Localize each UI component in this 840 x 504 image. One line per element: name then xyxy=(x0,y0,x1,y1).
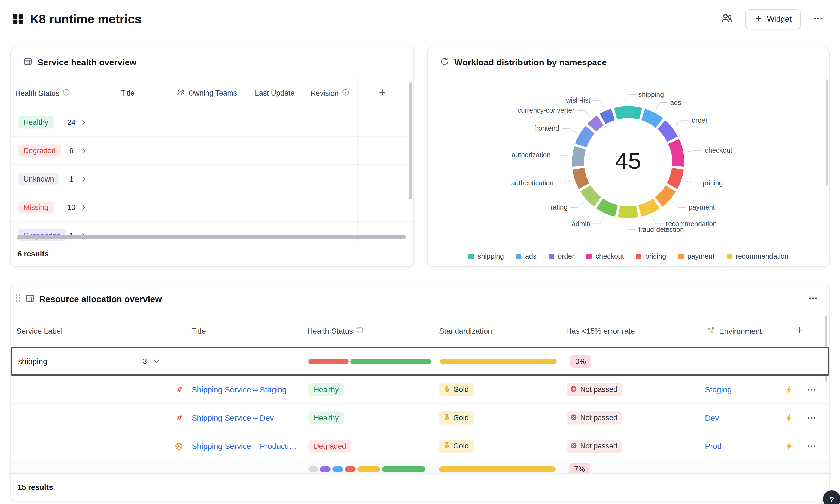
chevron-right-icon[interactable] xyxy=(80,147,87,154)
workload-legend: shippingadsordercheckoutpricingpaymentre… xyxy=(427,252,829,260)
donut-segment-order[interactable] xyxy=(661,125,672,139)
chevron-right-icon[interactable] xyxy=(80,119,87,126)
column-title[interactable]: Title xyxy=(192,327,206,335)
donut-segment-shipping[interactable] xyxy=(616,112,641,114)
donut-segment-fraud-detection[interactable] xyxy=(619,212,637,212)
column-revision[interactable]: Revision xyxy=(311,89,349,97)
add-column-button[interactable] xyxy=(795,326,804,336)
add-column-button[interactable] xyxy=(378,88,387,98)
column-environment[interactable]: Environment xyxy=(707,326,762,336)
info-icon[interactable] xyxy=(356,327,363,335)
standardization-bar xyxy=(440,359,557,364)
resource-allocation-card: Resource allocation overview Service Lab… xyxy=(10,284,830,501)
help-button[interactable]: ? xyxy=(823,490,840,504)
status-row-healthy[interactable]: Healthy 24 xyxy=(11,108,414,137)
legend-item[interactable]: payment xyxy=(678,252,714,260)
legend-item[interactable]: order xyxy=(548,252,574,260)
service-title-link[interactable]: Shipping Service – Producti… xyxy=(192,442,297,450)
service-health-table-body: Healthy 24 Degraded 6 Unknown 1 Missing … xyxy=(11,108,414,242)
donut-leader-line xyxy=(675,121,689,126)
column-title[interactable]: Title xyxy=(121,89,135,97)
donut-leader-line xyxy=(628,221,636,230)
donut-segment-frontend[interactable] xyxy=(581,130,590,146)
donut-label: wish-list xyxy=(566,96,590,104)
drag-handle-icon[interactable] xyxy=(15,294,21,305)
column-error-rate[interactable]: Has <15% error rate xyxy=(566,327,635,335)
service-row[interactable]: Shipping Service – Dev Healthy Gold Not … xyxy=(11,404,829,432)
environment-link[interactable]: Dev xyxy=(705,413,719,422)
vertical-scrollbar-thumb[interactable] xyxy=(826,79,828,185)
donut-leader-line xyxy=(553,155,570,156)
service-title-link[interactable]: Shipping Service – Staging xyxy=(192,385,286,394)
legend-item[interactable]: checkout xyxy=(587,252,624,260)
row-more-button[interactable] xyxy=(806,384,817,395)
environment-link[interactable]: Prod xyxy=(705,442,721,450)
column-service-label[interactable]: Service Label xyxy=(16,327,63,335)
header-actions: Widget xyxy=(719,9,826,29)
legend-label: shipping xyxy=(477,252,504,260)
column-standardization[interactable]: Standardization xyxy=(439,327,492,335)
scorecard-bolt-icon[interactable] xyxy=(785,442,793,450)
users-icon xyxy=(721,12,733,26)
row-more-button[interactable] xyxy=(806,441,817,451)
status-row-degraded[interactable]: Degraded 6 xyxy=(11,137,414,165)
donut-center-total: 45 xyxy=(574,147,683,174)
column-owning-teams[interactable]: Owning Teams xyxy=(176,88,237,98)
service-title-link[interactable]: Shipping Service – Dev xyxy=(192,413,274,422)
donut-leader-line xyxy=(577,110,591,117)
workload-card-header: Workload distribution by namespace xyxy=(427,47,829,78)
legend-label: order xyxy=(558,252,574,260)
add-widget-button[interactable]: Widget xyxy=(745,9,801,29)
column-divider xyxy=(773,313,774,474)
table-icon xyxy=(23,57,33,69)
chevron-down-icon[interactable] xyxy=(153,358,160,365)
environment-link[interactable]: Staging xyxy=(705,385,732,394)
health-distribution-bar xyxy=(308,466,425,472)
legend-label: recommendation xyxy=(736,252,789,260)
column-health-status[interactable]: Health Status xyxy=(307,327,363,335)
resource-allocation-footer: 15 results xyxy=(11,473,829,501)
legend-item[interactable]: recommendation xyxy=(727,252,789,260)
header-more-button[interactable] xyxy=(810,11,826,28)
info-icon[interactable] xyxy=(342,89,349,97)
vertical-scrollbar-thumb[interactable] xyxy=(409,82,412,199)
column-health-status[interactable]: Health Status xyxy=(15,89,70,97)
legend-item[interactable]: shipping xyxy=(468,252,504,260)
chevron-right-icon[interactable] xyxy=(80,203,87,211)
service-row[interactable]: Shipping Service – Staging Healthy Gold … xyxy=(11,376,829,404)
donut-segment-recommendation[interactable] xyxy=(640,203,657,211)
donut-segment-ads[interactable] xyxy=(643,114,659,123)
donut-segment-rating[interactable] xyxy=(585,188,598,202)
donut-leader-line xyxy=(672,202,686,208)
donut-label: authentication xyxy=(511,179,554,187)
legend-item[interactable]: ads xyxy=(516,252,537,260)
donut-leader-line xyxy=(562,128,577,133)
standardization-badge: Gold xyxy=(439,439,474,453)
row-more-button[interactable] xyxy=(806,413,817,423)
service-row[interactable]: Shipping Service – Producti… Degraded Go… xyxy=(11,432,829,461)
group-row-shipping[interactable]: shipping 3 0% xyxy=(11,347,829,376)
legend-swatch xyxy=(587,253,592,259)
share-users-button[interactable] xyxy=(719,10,735,28)
column-last-update[interactable]: Last Update xyxy=(255,89,295,97)
legend-item[interactable]: pricing xyxy=(636,252,666,260)
card-more-button[interactable] xyxy=(808,293,818,306)
info-icon[interactable] xyxy=(63,89,70,97)
horizontal-scrollbar-thumb[interactable] xyxy=(17,235,406,239)
status-row-missing[interactable]: Missing 10 xyxy=(11,193,414,221)
donut-segment-wish-list[interactable] xyxy=(603,114,613,119)
legend-label: payment xyxy=(687,252,714,260)
chevron-right-icon[interactable] xyxy=(80,175,87,182)
service-health-card: Service health overview Health Status Ti… xyxy=(10,47,414,267)
donut-leader-line xyxy=(593,101,604,108)
donut-label: pricing xyxy=(703,179,723,187)
scorecard-bolt-icon[interactable] xyxy=(785,413,793,422)
status-row-unknown[interactable]: Unknown 1 xyxy=(11,165,414,193)
donut-label: currency-converter xyxy=(518,106,574,114)
donut-segment-currency-converter[interactable] xyxy=(592,121,600,128)
donut-segment-admin[interactable] xyxy=(600,203,616,211)
donut-segment-payment[interactable] xyxy=(659,188,671,202)
results-count: 15 results xyxy=(17,483,53,491)
status-count: 10 xyxy=(64,203,79,211)
scorecard-bolt-icon[interactable] xyxy=(785,385,793,394)
